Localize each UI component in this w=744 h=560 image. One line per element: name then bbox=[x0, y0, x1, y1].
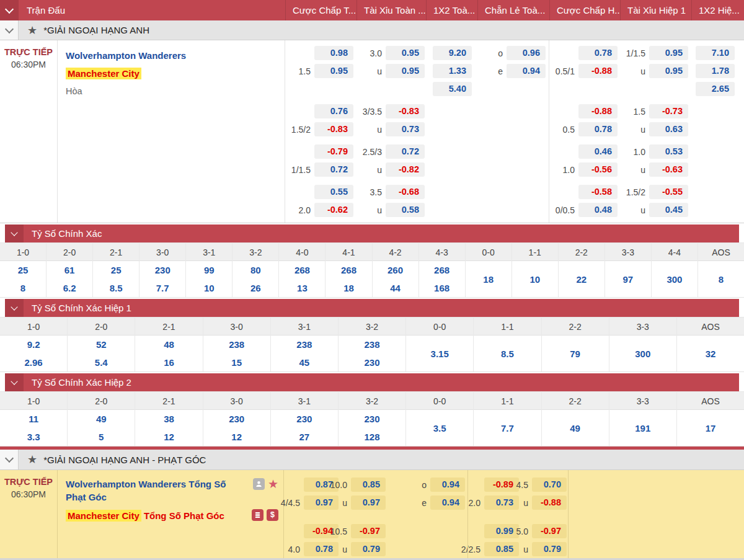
odds-value[interactable]: -0.88 bbox=[532, 496, 567, 510]
score-odds-value[interactable]: 2.96 bbox=[0, 353, 67, 371]
odds-value[interactable]: -0.88 bbox=[578, 64, 618, 78]
score-odds-value[interactable]: 52 bbox=[68, 336, 135, 353]
score-odds-value[interactable]: 97 bbox=[605, 274, 651, 285]
score-odds-value[interactable]: 5 bbox=[68, 428, 135, 446]
score-odds-value[interactable]: 32 bbox=[677, 349, 744, 359]
league-collapse-button[interactable] bbox=[0, 20, 19, 40]
score-odds-value[interactable]: 27 bbox=[271, 428, 338, 446]
odds-value[interactable]: -0.63 bbox=[649, 162, 688, 177]
odds-value[interactable]: 0.79 bbox=[351, 542, 386, 556]
odds-value[interactable]: 0.85 bbox=[351, 478, 386, 492]
score-odds-value[interactable]: 22 bbox=[559, 274, 604, 285]
odds-value[interactable]: -0.83 bbox=[314, 122, 353, 136]
odds-value[interactable]: -0.55 bbox=[649, 185, 688, 199]
odds-value[interactable]: 0.97 bbox=[351, 496, 386, 510]
odds-value[interactable]: 9.20 bbox=[433, 46, 472, 60]
score-odds-value[interactable]: 300 bbox=[652, 274, 698, 285]
score-odds-value[interactable]: 79 bbox=[542, 349, 609, 359]
score-odds-value[interactable]: 238 bbox=[339, 336, 405, 353]
score-odds-value[interactable]: 3.15 bbox=[406, 349, 473, 359]
odds-value[interactable]: -0.97 bbox=[532, 524, 567, 538]
score-odds-value[interactable]: 11 bbox=[0, 410, 67, 428]
score-odds-value[interactable]: 99 bbox=[186, 261, 232, 279]
odds-value[interactable]: 2.65 bbox=[696, 82, 735, 96]
odds-value[interactable]: 0.94 bbox=[507, 64, 546, 78]
score-odds-value[interactable]: 191 bbox=[609, 423, 676, 433]
odds-value[interactable]: -0.58 bbox=[578, 185, 618, 199]
score-odds-value[interactable]: 61 bbox=[46, 261, 92, 279]
odds-value[interactable]: 0.46 bbox=[578, 144, 618, 159]
collapse-all-button[interactable] bbox=[0, 0, 19, 20]
odds-value[interactable]: 0.95 bbox=[386, 64, 425, 78]
score-odds-value[interactable]: 3.3 bbox=[0, 428, 67, 446]
odds-value[interactable]: 0.95 bbox=[649, 64, 688, 78]
odds-value[interactable]: -0.88 bbox=[578, 104, 618, 118]
odds-value[interactable]: -0.79 bbox=[314, 144, 353, 159]
score-odds-value[interactable]: 13 bbox=[279, 279, 325, 297]
score-odds-value[interactable]: 7.7 bbox=[474, 423, 541, 433]
score-odds-value[interactable]: 10 bbox=[186, 279, 232, 297]
odds-value[interactable]: -0.56 bbox=[578, 162, 618, 177]
score-odds-value[interactable]: 49 bbox=[68, 410, 135, 428]
odds-value[interactable]: 0.53 bbox=[649, 144, 688, 159]
score-odds-value[interactable]: 16 bbox=[135, 353, 202, 371]
league-collapse-button[interactable] bbox=[0, 450, 19, 469]
odds-value[interactable]: 0.72 bbox=[314, 162, 353, 177]
score-odds-value[interactable]: 230 bbox=[339, 410, 405, 428]
score-odds-value[interactable]: 49 bbox=[542, 423, 609, 433]
score-odds-value[interactable]: 230 bbox=[140, 261, 185, 279]
score-odds-value[interactable]: 9.2 bbox=[0, 336, 67, 353]
odds-value[interactable]: 0.78 bbox=[578, 46, 618, 60]
odds-value[interactable]: 5.40 bbox=[433, 82, 472, 96]
score-odds-value[interactable]: 230 bbox=[339, 353, 405, 371]
score-odds-value[interactable]: 48 bbox=[135, 336, 202, 353]
score-odds-value[interactable]: 18 bbox=[326, 279, 371, 297]
score-odds-value[interactable]: 8 bbox=[698, 274, 744, 285]
score-odds-value[interactable]: 268 bbox=[326, 261, 371, 279]
odds-value[interactable]: 0.72 bbox=[386, 144, 425, 159]
score-odds-value[interactable]: 25 bbox=[0, 261, 46, 279]
odds-value[interactable]: 7.10 bbox=[696, 46, 735, 60]
odds-value[interactable]: 0.70 bbox=[532, 478, 567, 492]
section-collapse-button[interactable] bbox=[5, 373, 24, 391]
odds-value[interactable]: 0.95 bbox=[649, 46, 688, 60]
score-odds-value[interactable]: 18 bbox=[466, 274, 512, 285]
odds-value[interactable]: 1.33 bbox=[433, 64, 472, 78]
score-odds-value[interactable]: 260 bbox=[373, 261, 418, 279]
score-odds-value[interactable]: 6.2 bbox=[46, 279, 92, 297]
score-odds-value[interactable]: 8.5 bbox=[93, 279, 139, 297]
score-odds-value[interactable]: 230 bbox=[271, 410, 338, 428]
score-odds-value[interactable]: 268 bbox=[419, 261, 465, 279]
odds-value[interactable]: 0.98 bbox=[314, 46, 353, 60]
score-odds-value[interactable]: 268 bbox=[279, 261, 325, 279]
score-odds-value[interactable]: 38 bbox=[135, 410, 202, 428]
score-odds-value[interactable]: 238 bbox=[203, 336, 270, 353]
odds-value[interactable]: 0.79 bbox=[532, 542, 567, 556]
odds-value[interactable]: -0.83 bbox=[386, 104, 425, 118]
odds-value[interactable]: 1.78 bbox=[696, 64, 735, 78]
odds-value[interactable]: 0.48 bbox=[578, 203, 618, 217]
score-odds-value[interactable]: 238 bbox=[271, 336, 338, 353]
score-odds-value[interactable]: 15 bbox=[203, 353, 270, 371]
score-odds-value[interactable]: 80 bbox=[232, 261, 278, 279]
odds-value[interactable]: 0.78 bbox=[578, 122, 618, 136]
score-odds-value[interactable]: 128 bbox=[339, 428, 405, 446]
score-odds-value[interactable]: 44 bbox=[373, 279, 418, 297]
section-collapse-button[interactable] bbox=[5, 299, 24, 317]
favorite-star-icon[interactable]: ★ bbox=[27, 454, 37, 465]
score-odds-value[interactable]: 230 bbox=[203, 410, 270, 428]
odds-value[interactable]: 0.76 bbox=[314, 104, 353, 118]
odds-value[interactable]: 0.95 bbox=[314, 64, 353, 78]
score-odds-value[interactable]: 17 bbox=[677, 423, 744, 433]
odds-value[interactable]: 0.73 bbox=[386, 122, 425, 136]
score-odds-value[interactable]: 8 bbox=[0, 279, 46, 297]
odds-value[interactable]: 0.95 bbox=[386, 46, 425, 60]
odds-value[interactable]: -0.62 bbox=[314, 203, 353, 217]
score-odds-value[interactable]: 7.7 bbox=[140, 279, 185, 297]
score-odds-value[interactable]: 25 bbox=[93, 261, 139, 279]
odds-value[interactable]: -0.82 bbox=[386, 162, 425, 177]
odds-value[interactable]: -0.73 bbox=[649, 104, 688, 118]
odds-value[interactable]: 0.45 bbox=[649, 203, 688, 217]
odds-value[interactable]: 0.63 bbox=[649, 122, 688, 136]
odds-value[interactable]: 0.55 bbox=[314, 185, 353, 199]
